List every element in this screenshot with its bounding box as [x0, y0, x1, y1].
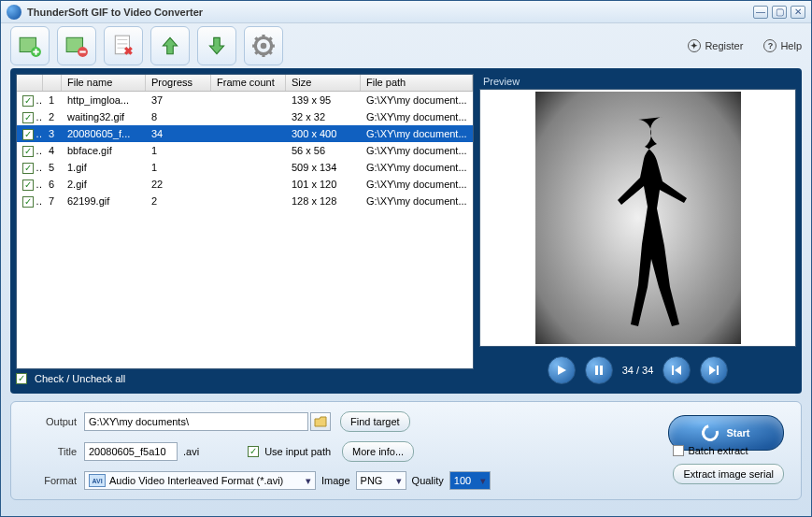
settings-button[interactable] — [244, 26, 283, 65]
start-icon — [699, 422, 722, 445]
window-title: ThunderSoft GIF to Video Converter — [27, 7, 749, 18]
preview-image — [535, 92, 741, 344]
row-checkbox[interactable] — [22, 129, 34, 140]
more-info-button[interactable]: More info... — [342, 441, 414, 462]
row-framecount — [211, 149, 286, 152]
row-checkbox[interactable] — [22, 146, 34, 157]
row-size: 509 x 134 — [286, 160, 361, 175]
app-icon — [7, 5, 21, 20]
col-size[interactable]: Size — [286, 75, 361, 91]
titlebar: ThunderSoft GIF to Video Converter — ▢ ✕ — [1, 1, 811, 23]
table-row[interactable]: GIF4bbface.gif156 x 56G:\XY\my document.… — [17, 142, 473, 159]
register-label: Register — [705, 40, 743, 51]
row-checkbox[interactable] — [22, 95, 34, 107]
batch-extract-label: Batch extract — [688, 445, 748, 456]
clear-list-button[interactable] — [104, 26, 143, 65]
use-input-path-checkbox[interactable]: Use input path — [248, 446, 331, 457]
table-row[interactable]: GIF51.gif1509 x 134G:\XY\my document... — [17, 159, 473, 176]
row-filename: 62199.gif — [62, 194, 146, 208]
quality-select[interactable]: 100 — [449, 471, 491, 490]
remove-file-button[interactable] — [57, 26, 96, 65]
row-framecount — [211, 132, 286, 136]
format-select[interactable]: AVI Audio Video Interleaved Format (*.av… — [84, 471, 316, 490]
row-filepath: G:\XY\my document... — [361, 160, 473, 175]
row-size: 32 x 32 — [286, 109, 361, 124]
row-framecount — [211, 115, 286, 119]
row-filename: 1.gif — [62, 160, 146, 175]
row-size: 56 x 56 — [286, 143, 361, 158]
row-size: 101 x 120 — [286, 177, 361, 192]
maximize-button[interactable]: ▢ — [772, 6, 787, 19]
col-filename[interactable]: File name — [62, 75, 146, 91]
register-link[interactable]: ✦Register — [688, 39, 743, 52]
browse-output-button[interactable] — [310, 412, 331, 431]
minimize-button[interactable]: — — [753, 6, 768, 19]
find-target-button[interactable]: Find target — [340, 411, 410, 432]
help-label: Help — [780, 40, 802, 51]
app-window: ThunderSoft GIF to Video Converter — ▢ ✕… — [0, 0, 812, 517]
svg-rect-9 — [672, 366, 674, 375]
svg-rect-7 — [595, 366, 598, 375]
start-label: Start — [726, 427, 749, 438]
toolbar: ✦Register ?Help — [1, 23, 811, 68]
row-checkbox[interactable] — [22, 163, 34, 174]
row-filename: waiting32.gif — [62, 109, 146, 124]
row-progress: 2 — [146, 194, 211, 208]
batch-extract-checkbox[interactable]: Batch extract — [673, 445, 748, 456]
next-frame-button[interactable] — [700, 356, 728, 384]
check-all-checkbox[interactable] — [16, 373, 27, 384]
help-icon: ? — [763, 39, 776, 52]
table-row[interactable]: GIF1http_imgloa...37139 x 95G:\XY\my doc… — [17, 92, 473, 108]
row-progress: 22 — [146, 177, 211, 192]
check-all-row: Check / Uncheck all — [16, 369, 474, 388]
title-input[interactable] — [84, 442, 178, 461]
row-size: 300 x 400 — [286, 126, 361, 141]
quality-value: 100 — [454, 475, 471, 486]
col-filepath[interactable]: File path — [361, 75, 473, 91]
row-index: 1 — [43, 93, 62, 108]
list-header: File name Progress Frame count Size File… — [17, 75, 473, 92]
col-framecount[interactable]: Frame count — [211, 75, 286, 91]
image-format-select[interactable]: PNG — [356, 471, 406, 490]
row-progress: 37 — [146, 93, 211, 108]
table-row[interactable]: GIF320080605_f...34300 x 400G:\XY\my doc… — [17, 125, 473, 142]
row-index: 6 — [43, 177, 62, 192]
preview-panel: Preview 34 / 34 — [479, 74, 796, 388]
row-progress: 8 — [146, 109, 211, 124]
row-framecount — [211, 199, 286, 203]
row-checkbox[interactable] — [22, 196, 34, 208]
add-file-button[interactable] — [10, 26, 50, 65]
output-path-input[interactable] — [84, 412, 308, 431]
extract-serial-button[interactable]: Extract image serial — [673, 464, 784, 484]
row-index: 3 — [43, 126, 62, 141]
col-progress[interactable]: Progress — [146, 75, 211, 91]
table-row[interactable]: GIF762199.gif2128 x 128G:\XY\my document… — [17, 193, 473, 209]
pause-button[interactable] — [585, 356, 613, 384]
preview-box — [479, 89, 796, 347]
table-row[interactable]: GIF62.gif22101 x 120G:\XY\my document... — [17, 176, 473, 193]
row-index: 2 — [43, 109, 62, 124]
row-checkbox[interactable] — [22, 112, 34, 123]
row-checkbox[interactable] — [22, 180, 34, 191]
row-framecount — [211, 98, 286, 102]
silhouette-icon — [582, 112, 694, 337]
format-value: Audio Video Interleaved Format (*.avi) — [109, 475, 283, 486]
row-filename: 20080605_f... — [62, 126, 146, 141]
row-framecount — [211, 165, 286, 169]
help-link[interactable]: ?Help — [763, 39, 802, 52]
move-down-button[interactable] — [197, 26, 236, 65]
preview-label: Preview — [479, 74, 796, 89]
row-index: 5 — [43, 160, 62, 175]
bottom-panel: Output Find target Title .avi Use input … — [10, 401, 802, 500]
row-framecount — [211, 182, 286, 186]
main-panel: File name Progress Frame count Size File… — [10, 68, 802, 394]
row-filepath: G:\XY\my document... — [361, 143, 473, 158]
table-row[interactable]: GIF2waiting32.gif832 x 32G:\XY\my docume… — [17, 108, 473, 125]
row-index: 7 — [43, 194, 62, 208]
close-button[interactable]: ✕ — [791, 6, 805, 19]
move-up-button[interactable] — [150, 26, 190, 65]
row-index: 4 — [43, 143, 62, 158]
prev-frame-button[interactable] — [662, 356, 691, 384]
play-button[interactable] — [548, 356, 576, 384]
row-filepath: G:\XY\my document... — [361, 93, 473, 108]
